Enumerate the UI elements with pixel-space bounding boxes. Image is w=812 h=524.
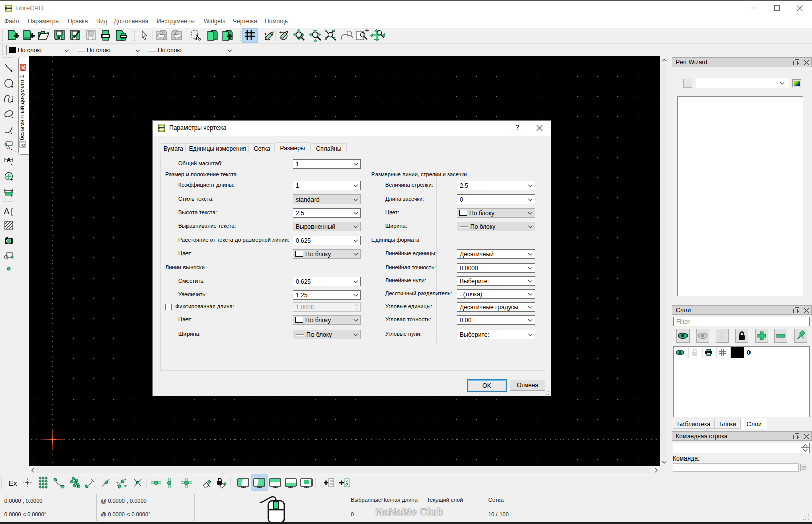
svg-text:A: A: [4, 207, 10, 216]
svg-text:Ex: Ex: [8, 479, 17, 487]
svg-text:A: A: [7, 157, 11, 163]
